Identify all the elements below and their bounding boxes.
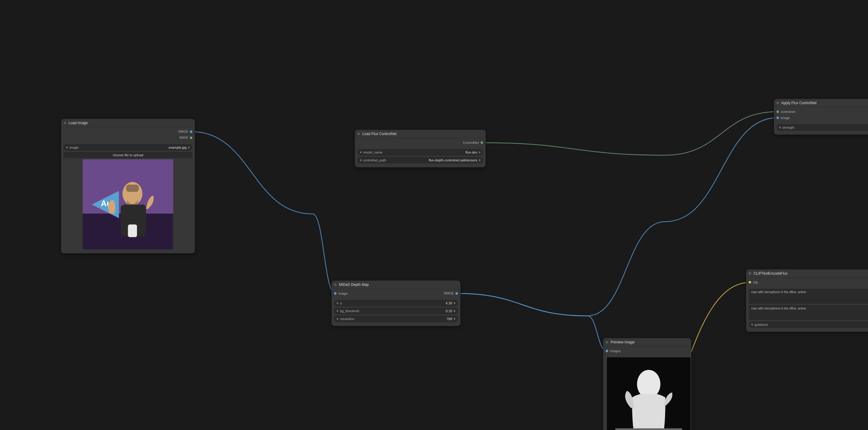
widget-label: controlnet_path [363,158,386,162]
text-input[interactable]: man with microphone in the office, anime [749,288,868,304]
node-title[interactable]: CLIPTextEncodeFlux [746,270,868,278]
node-load_image[interactable]: Load ImageIMAGEMASKimageexample.jpgchoos… [61,119,195,254]
collapse-dot-icon[interactable] [777,102,779,104]
widget-value: flux-depth-controlnet.safetensors [389,158,477,162]
port-output-icon[interactable] [190,136,192,139]
chevron-right-icon[interactable] [479,159,480,161]
node-preview_depth[interactable]: Preview Imageimages [603,338,691,430]
collapse-dot-icon[interactable] [64,122,66,124]
widget-value: 768 [358,317,452,321]
node-title-label: MiDaS Depth Map [339,282,369,287]
connection-wire[interactable] [457,118,778,316]
node-load_flux_controlnet[interactable]: Load Flux ControlNetControlNetmodel_name… [355,130,486,167]
text-content: man with microphone in the office, anime [751,290,806,294]
port-output-label: MASK [180,136,188,139]
widget-label: bg_threshold [340,309,359,313]
node-title-label: Load Flux ControlNet [362,132,397,136]
chevron-right-icon[interactable] [454,310,456,312]
node-title-label: Apply Flux ControlNet [781,101,817,105]
node-title[interactable]: Apply Flux ControlNet [774,99,868,107]
node-title-label: Preview Image [611,340,634,344]
collapse-dot-icon[interactable] [749,272,751,275]
port-output-icon[interactable] [190,130,192,133]
text-input[interactable]: man with microphone in the office, anime [749,305,868,320]
port-output-icon[interactable] [456,292,458,295]
node-title[interactable]: Preview Image [603,338,691,346]
node-midas[interactable]: MiDaS Depth MapimageIMAGEa6.28bg_thresho… [331,280,461,326]
chevron-right-icon[interactable] [479,151,480,154]
widget-label: image [69,146,79,149]
widget-value: flux-dev [385,151,477,154]
upload-button[interactable]: choose file to upload [64,152,192,158]
chevron-right-icon[interactable] [454,318,456,320]
widget-value: 0.10 [362,309,452,313]
port-input-label: clip [753,280,758,284]
svg-rect-5 [126,184,139,192]
chevron-left-icon[interactable] [337,310,338,312]
widget-strength[interactable]: strength0.86 [777,124,868,131]
button-label: choose file to upload [113,153,143,157]
widget-guidance[interactable]: guidance4.0 [749,321,868,328]
chevron-left-icon[interactable] [360,151,361,154]
node-title-label: Load Image [68,121,88,125]
widget-value: 0.86 [797,126,868,129]
node-clip_encode_pos[interactable]: CLIPTextEncodeFluxclipCONDITIONINGman wi… [746,269,868,332]
port-input-label: controlnet [781,110,795,114]
chevron-left-icon[interactable] [337,318,338,320]
chevron-left-icon[interactable] [337,302,338,304]
port-input-icon[interactable] [334,292,337,295]
widget-model-name[interactable]: model_nameflux-dev [358,149,483,156]
widget-resolution[interactable]: resolution768 [334,315,458,322]
svg-point-9 [637,370,660,399]
widget-value: example.jpg [82,146,187,149]
widget-label: resolution [340,317,354,321]
node-title[interactable]: Load Image [61,119,195,127]
port-output-label: ControlNet [463,141,479,145]
widget-label: a [340,301,342,305]
chevron-left-icon[interactable] [66,146,67,149]
port-output-icon[interactable] [480,142,483,144]
collapse-dot-icon[interactable] [334,283,337,286]
widget-value: 4.0 [771,323,868,327]
port-input-label: image [338,291,347,295]
connection-wire[interactable] [482,112,778,155]
node-apply_flux[interactable]: Apply Flux ControlNetcontrolnetcontrolne… [774,99,868,135]
chevron-right-icon[interactable] [454,302,456,304]
chevron-right-icon[interactable] [188,146,190,149]
widget-a[interactable]: a6.28 [334,300,458,306]
port-input-label: images [610,349,621,353]
connection-wire[interactable] [457,294,607,351]
widget-label: strength [782,126,795,129]
collapse-dot-icon[interactable] [606,341,608,343]
text-content: man with microphone in the office, anime [751,307,806,310]
image-preview [607,357,690,430]
widget-bg-threshold[interactable]: bg_threshold0.10 [334,308,458,314]
chevron-left-icon[interactable] [751,324,753,326]
widget-label: model_name [363,151,382,154]
svg-rect-11 [615,429,682,430]
widget-image[interactable]: imageexample.jpg [64,144,192,151]
port-input-label: image [781,116,790,120]
widget-value: 6.28 [345,301,452,305]
chevron-left-icon[interactable] [360,159,361,161]
widget-controlnet-path[interactable]: controlnet_pathflux-depth-controlnet.saf… [358,157,483,163]
port-input-icon[interactable] [606,350,608,352]
node-title[interactable]: Load Flux ControlNet [355,130,486,138]
port-output-label: IMAGE [444,291,454,295]
chevron-left-icon[interactable] [779,126,780,129]
port-input-icon[interactable] [749,281,751,283]
node-title-label: CLIPTextEncodeFlux [753,271,787,276]
connection-wire[interactable] [191,132,335,294]
port-output-label: IMAGE [178,130,188,133]
collapse-dot-icon[interactable] [358,133,360,135]
port-input-icon[interactable] [777,117,779,119]
node-title[interactable]: MiDaS Depth Map [332,281,460,289]
svg-rect-7 [128,224,137,237]
widget-label: guidance [754,323,768,327]
image-preview: Aut [83,159,173,250]
port-input-icon[interactable] [777,111,779,113]
